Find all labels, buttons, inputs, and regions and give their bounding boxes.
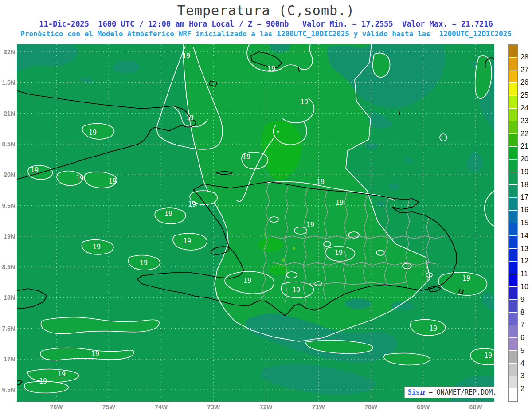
lat-tick-label: 22N — [0, 48, 15, 55]
colorbar-tick-label: 2 — [520, 385, 532, 393]
isotherm-label: 19 — [89, 129, 97, 137]
isotherm-label: 19 — [484, 352, 492, 360]
lat-tick-label: 8.5N — [0, 263, 15, 270]
colorbar-tick-label: 22 — [520, 130, 532, 138]
colorbar-box — [509, 109, 517, 121]
isotherm-label: 19 — [76, 175, 84, 182]
colorbar-tick-label: 7 — [520, 321, 532, 329]
colorbar-box — [509, 185, 517, 197]
lat-tick-label: 9.5N — [0, 202, 15, 209]
colorbar-box — [509, 249, 517, 261]
lat-tick-label: 20N — [0, 171, 15, 178]
colorbar-tick-label: 13 — [520, 245, 532, 253]
colorbar-box — [509, 121, 517, 134]
colorbar-tick-label: 6 — [520, 334, 532, 342]
colorbar-box — [509, 287, 517, 299]
colorbar-tick-label: 20 — [520, 155, 532, 163]
isotherm-label: 19 — [317, 178, 325, 186]
colorbar-tick-label: 5 — [520, 347, 532, 355]
colorbar-box — [509, 211, 517, 223]
temperature-colorbar — [508, 44, 518, 402]
colorbar-tick-label: 16 — [520, 206, 532, 214]
colorbar-tick-label: 21 — [520, 142, 532, 150]
isotherm-label: 19 — [58, 371, 66, 378]
isotherm-label: 19 — [429, 325, 437, 333]
forecast-map: 1919191919191919191919191919191919191919… — [17, 44, 494, 402]
lon-tick-label: 74W — [152, 403, 171, 411]
lat-tick-label: 7.5N — [0, 325, 15, 332]
isotherm-label: 19 — [186, 114, 194, 122]
isotherm-label: 19 — [267, 65, 275, 73]
lat-tick-label: 17N — [0, 356, 15, 363]
lat-tick-label: 6.5N — [0, 386, 15, 393]
isotherm-label: 19 — [39, 378, 47, 385]
lat-tick-label: 19N — [0, 233, 15, 240]
isotherm-label: 19 — [462, 275, 470, 282]
isotherm-label: 19 — [31, 167, 39, 174]
isotherm-label: 19 — [183, 238, 191, 245]
colorbar-tick-label: 10 — [520, 283, 532, 291]
isotherm-label: 19 — [109, 178, 117, 185]
colorbar-box — [509, 198, 517, 210]
lon-tick-label: 68W — [466, 403, 485, 411]
temperature-field-map — [17, 44, 494, 402]
lon-tick-label: 71W — [309, 403, 328, 411]
colorbar-tick-label: 17 — [520, 193, 532, 201]
colorbar-box — [509, 147, 517, 159]
colorbar-tick-label: 8 — [520, 309, 532, 317]
isotherm-label: 19 — [335, 249, 343, 257]
colorbar-box — [509, 351, 517, 363]
colorbar-box — [509, 389, 517, 401]
lat-tick-label: 1.5N — [0, 79, 15, 86]
isotherm-label: 19 — [292, 286, 300, 294]
credit-onamet-text: − ONAMET/REP.DOM. — [425, 388, 497, 396]
lon-tick-label: 70W — [361, 403, 381, 411]
forecast-datetime-line: 11-Dic-2025 1600 UTC / 12:00 am Hora Loc… — [0, 20, 532, 28]
lat-tick-label: 18N — [0, 294, 15, 301]
colorbar-tick-label: 25 — [520, 91, 532, 99]
colorbar-tick-label: 26 — [520, 78, 532, 86]
isotherm-label: 19 — [91, 350, 99, 358]
credit-sis-text: Sis — [408, 388, 420, 396]
colorbar-box — [509, 45, 517, 57]
lat-tick-label: 0.5N — [0, 141, 15, 148]
colorbar-box — [509, 134, 517, 146]
isotherm-label: 19 — [243, 277, 251, 285]
colorbar-tick-label: 28 — [520, 53, 532, 61]
colorbar-tick-label: 23 — [520, 117, 532, 125]
isotherm-label: 19 — [300, 98, 308, 106]
isotherm-label: 19 — [188, 201, 196, 208]
colorbar-box — [509, 223, 517, 236]
lon-tick-label: 76W — [47, 403, 66, 411]
lon-tick-label: 72W — [256, 403, 276, 411]
colorbar-tick-label: 24 — [520, 104, 532, 112]
isotherm-label: 19 — [306, 221, 314, 229]
isotherm-label: 19 — [164, 210, 172, 218]
pi-icon: π — [420, 388, 425, 396]
colorbar-box — [509, 364, 517, 376]
colorbar-tick-label: 14 — [520, 232, 532, 240]
credit-badge: Sisπ − ONAMET/REP.DOM. — [404, 387, 500, 398]
colorbar-tick-label: 11 — [520, 270, 532, 278]
colorbar-tick-label: 9 — [520, 296, 532, 304]
colorbar-box — [509, 58, 517, 70]
colorbar-tick-label: 3 — [520, 372, 532, 380]
isotherm-label: 19 — [336, 199, 344, 207]
colorbar-box — [509, 236, 517, 248]
colorbar-tick-label: 19 — [520, 168, 532, 176]
colorbar-box — [509, 172, 517, 185]
colorbar-tick-label: 15 — [520, 219, 532, 227]
contour-dot — [277, 131, 279, 133]
lat-tick-label: 21N — [0, 110, 15, 117]
isotherm-label: 19 — [182, 52, 190, 60]
colorbar-box — [509, 313, 517, 325]
lon-tick-label: 75W — [99, 403, 118, 411]
colorbar-box — [509, 376, 517, 389]
model-info-line: Pronóstico con el Modelo Atmósferico WRF… — [0, 30, 532, 38]
colorbar-box — [509, 325, 517, 338]
colorbar-box — [509, 300, 517, 312]
colorbar-box — [509, 274, 517, 287]
colorbar-box — [509, 338, 517, 350]
isotherm-label: 19 — [140, 259, 148, 267]
weather-map-page: Temperatura (C,somb.) 11-Dic-2025 1600 U… — [0, 0, 532, 411]
